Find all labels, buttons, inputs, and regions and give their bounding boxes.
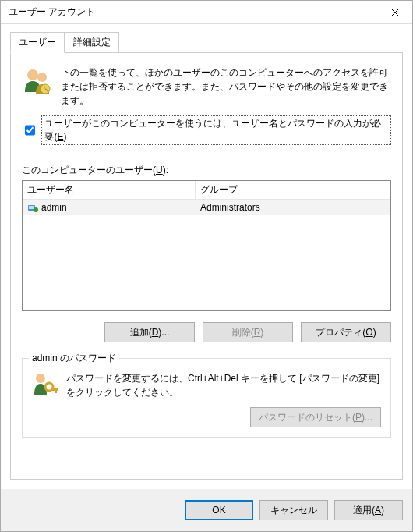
ok-button[interactable]: OK — [185, 500, 253, 520]
password-row: パスワードを変更するには、Ctrl+Alt+Del キーを押して [パスワードの… — [32, 371, 381, 399]
svg-point-2 — [27, 69, 38, 80]
intro-text: 下の一覧を使って、ほかのユーザーのこのコンピューターへのアクセスを許可または拒否… — [61, 66, 391, 108]
svg-point-8 — [34, 207, 38, 212]
svg-rect-5 — [44, 86, 45, 89]
tab-body-users: 下の一覧を使って、ほかのユーザーのこのコンピューターへのアクセスを許可または拒否… — [10, 52, 403, 480]
svg-rect-12 — [55, 391, 57, 393]
cell-group: Administrators — [196, 200, 390, 215]
column-username[interactable]: ユーザー名 — [23, 181, 196, 199]
user-accounts-window: ユーザー アカウント ユーザー 詳細設定 下の一覧を使って、ほかのユーザ — [0, 0, 413, 532]
svg-point-9 — [36, 374, 45, 383]
table-row[interactable]: admin Administrators — [23, 200, 390, 215]
require-credentials-row: ユーザーがこのコンピューターを使うには、ユーザー名とパスワードの入力が必要(E) — [22, 115, 391, 145]
window-title: ユーザー アカウント — [9, 5, 95, 19]
tabs-header: ユーザー 詳細設定 — [10, 32, 403, 53]
key-icon — [32, 371, 58, 398]
users-icon — [22, 66, 53, 97]
password-groupbox: admin のパスワード パスワードを変更するには、Ctrl+Alt+Del キ… — [22, 358, 391, 438]
cell-username: admin — [23, 200, 196, 215]
intro-row: 下の一覧を使って、ほかのユーザーのこのコンピューターへのアクセスを許可または拒否… — [22, 66, 391, 108]
tab-users[interactable]: ユーザー — [10, 32, 65, 53]
properties-button[interactable]: プロパティ(O) — [301, 322, 391, 342]
cancel-button[interactable]: キャンセル — [259, 500, 328, 520]
users-list[interactable]: ユーザー名 グループ admin Administrators — [22, 180, 391, 311]
reset-password-button[interactable]: パスワードのリセット(P)... — [250, 407, 381, 427]
svg-rect-11 — [51, 388, 58, 391]
user-icon — [27, 202, 38, 213]
close-button[interactable] — [377, 1, 412, 24]
require-credentials-label[interactable]: ユーザーがこのコンピューターを使うには、ユーザー名とパスワードの入力が必要(E) — [41, 115, 391, 145]
close-icon — [391, 9, 399, 16]
password-button-row: パスワードのリセット(P)... — [32, 407, 381, 427]
svg-point-3 — [37, 73, 47, 82]
users-buttons-row: 追加(D)... 削除(R) プロパティ(O) — [22, 322, 391, 342]
svg-rect-7 — [29, 206, 34, 209]
add-button[interactable]: 追加(D)... — [104, 322, 195, 342]
tab-advanced[interactable]: 詳細設定 — [65, 32, 119, 53]
client-area: ユーザー 詳細設定 下の一覧を使って、ほかのユーザーのこのコンピューターへのアク… — [1, 24, 412, 489]
users-list-header: ユーザー名 グループ — [23, 181, 390, 200]
dialog-footer: OK キャンセル 適用(A) — [1, 489, 412, 531]
password-text: パスワードを変更するには、Ctrl+Alt+Del キーを押して [パスワードの… — [66, 371, 381, 399]
password-groupbox-title: admin のパスワード — [29, 352, 119, 365]
column-group[interactable]: グループ — [196, 181, 390, 199]
titlebar: ユーザー アカウント — [1, 1, 412, 24]
remove-button[interactable]: 削除(R) — [203, 322, 293, 342]
require-credentials-checkbox[interactable] — [25, 125, 35, 136]
users-list-label: このコンピューターのユーザー(U): — [22, 164, 391, 177]
apply-button[interactable]: 適用(A) — [334, 500, 403, 520]
